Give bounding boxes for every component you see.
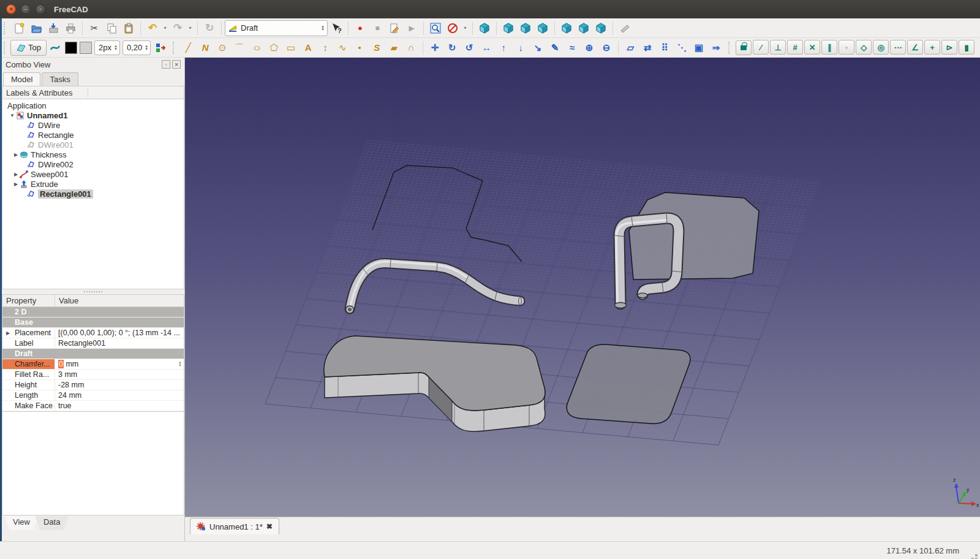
draft-scale[interactable]: ↘ bbox=[529, 40, 546, 56]
snap-working-plane[interactable]: ▮ bbox=[959, 40, 974, 55]
draft-wire[interactable]: N bbox=[197, 39, 214, 55]
line-width-spinner[interactable]: ▲▼ bbox=[114, 45, 118, 51]
draft-point[interactable]: • bbox=[351, 39, 368, 55]
object-swept-tube[interactable] bbox=[346, 259, 522, 313]
draft-text[interactable]: A bbox=[300, 39, 317, 55]
expand-icon[interactable]: ▶ bbox=[12, 181, 20, 187]
draft-dimension[interactable]: ↕ bbox=[317, 39, 334, 55]
draw-style-button[interactable] bbox=[444, 20, 461, 36]
snap-grid[interactable]: # bbox=[787, 40, 803, 55]
draft-rectangle[interactable]: ▭ bbox=[282, 40, 300, 56]
draft-array[interactable]: ⠿ bbox=[656, 40, 673, 56]
snap-perpendicular[interactable]: ⊥ bbox=[770, 40, 786, 55]
snap-near[interactable]: ⊳ bbox=[941, 40, 957, 55]
draft-facebinder[interactable]: ▰ bbox=[385, 40, 402, 56]
refresh-button[interactable]: ↻ bbox=[201, 20, 218, 36]
draft-downgrade[interactable]: ↓ bbox=[512, 39, 529, 55]
toolbar-drag-handle[interactable] bbox=[4, 42, 8, 54]
draft-path-array[interactable]: ⋱ bbox=[673, 40, 690, 56]
minimize-window-button[interactable]: – bbox=[21, 4, 31, 14]
macro-play-button[interactable]: ▶ bbox=[403, 20, 420, 36]
workbench-spinner[interactable]: ▲▼ bbox=[321, 25, 325, 31]
maximize-window-button[interactable]: ▫ bbox=[36, 4, 45, 14]
property-group-base[interactable]: Base bbox=[2, 318, 184, 328]
draft-wire-to-bspline[interactable]: ≈ bbox=[564, 39, 581, 55]
toolbar-drag-handle[interactable] bbox=[728, 42, 733, 54]
draw-style-dropdown-caret[interactable]: ▾ bbox=[461, 20, 469, 36]
tree-item-thickness[interactable]: ▶ Thickness bbox=[2, 150, 184, 159]
tab-tasks[interactable]: Tasks bbox=[42, 72, 78, 86]
snap-center[interactable]: ◎ bbox=[873, 40, 889, 55]
draft-to-sketch[interactable]: ⇄ bbox=[639, 40, 656, 56]
value-spinner[interactable]: ▲▼ bbox=[178, 361, 184, 367]
snap-angle[interactable]: ∠ bbox=[907, 40, 923, 55]
view-axonometric-button[interactable] bbox=[476, 20, 493, 36]
undo-dropdown-caret[interactable]: ▾ bbox=[161, 20, 169, 36]
tree-item-rectangle[interactable]: Rectangle bbox=[2, 130, 184, 140]
toolbar-drag-handle[interactable] bbox=[173, 42, 177, 54]
line-width-spinbox[interactable]: 2px ▲▼ bbox=[94, 40, 120, 55]
expand-icon[interactable]: ▶ bbox=[12, 152, 20, 158]
tree-item-rectangle001[interactable]: Rectangle001 bbox=[2, 189, 184, 199]
draft-add-point[interactable]: ⊕ bbox=[581, 40, 598, 56]
draft-shape-2d-view[interactable]: ▱ bbox=[622, 40, 639, 56]
measure-distance-button[interactable] bbox=[616, 20, 633, 36]
whats-this-button[interactable]: ? bbox=[328, 20, 345, 36]
draft-rotate[interactable]: ↻ bbox=[443, 40, 461, 56]
open-document-button[interactable] bbox=[28, 20, 45, 36]
draft-bspline[interactable]: ∿ bbox=[334, 40, 351, 56]
view-right-button[interactable] bbox=[534, 20, 551, 36]
face-color-swatch[interactable] bbox=[80, 42, 92, 54]
tree-item-extrude[interactable]: ▶ Extrude bbox=[2, 179, 184, 189]
close-panel-button[interactable]: ✕ bbox=[172, 60, 181, 69]
tree-item-unnamed1[interactable]: ▼ Unnamed1 bbox=[2, 110, 184, 120]
draft-bezcurve[interactable]: ∩ bbox=[402, 39, 420, 55]
object-thick-plate[interactable] bbox=[324, 336, 545, 432]
copy-button[interactable] bbox=[103, 20, 120, 36]
snap-intersection[interactable]: ✕ bbox=[804, 40, 820, 55]
view-left-button[interactable] bbox=[592, 20, 609, 36]
close-document-icon[interactable]: ✖ bbox=[266, 522, 273, 531]
save-document-button[interactable] bbox=[45, 20, 62, 36]
draft-polygon[interactable]: ⬠ bbox=[265, 40, 282, 56]
paste-button[interactable] bbox=[120, 20, 137, 36]
panel-splitter[interactable] bbox=[2, 289, 184, 294]
draft-circle[interactable]: ⊙ bbox=[214, 40, 231, 56]
macro-record-button[interactable]: ● bbox=[352, 20, 369, 36]
draft-edit[interactable]: ✎ bbox=[546, 40, 564, 56]
view-front-button[interactable] bbox=[500, 20, 517, 36]
draft-line[interactable]: ╱ bbox=[179, 40, 197, 56]
undo-button[interactable]: ↶ bbox=[144, 20, 161, 36]
view-bottom-button[interactable] bbox=[575, 20, 592, 36]
redo-dropdown-caret[interactable]: ▾ bbox=[186, 20, 194, 36]
snap-lock[interactable] bbox=[736, 40, 752, 55]
fit-all-button[interactable] bbox=[427, 20, 444, 36]
line-color-swatch[interactable] bbox=[65, 42, 77, 54]
tree-item-dwire001[interactable]: DWire001 bbox=[2, 140, 184, 150]
toolbar-drag-handle[interactable] bbox=[4, 22, 8, 34]
draft-shapestring[interactable]: S bbox=[368, 39, 385, 55]
tab-model[interactable]: Model bbox=[3, 72, 40, 86]
print-button[interactable] bbox=[62, 20, 79, 36]
draft-upgrade[interactable]: ↑ bbox=[495, 39, 512, 55]
snap-parallel[interactable]: ∥ bbox=[821, 40, 837, 55]
chamfer-value-editor[interactable]: 0 mm ▲▼ bbox=[55, 359, 184, 369]
draft-mirror[interactable]: ⇒ bbox=[707, 40, 725, 56]
workbench-selector[interactable]: Draft ▲▼ bbox=[225, 20, 328, 36]
float-panel-button[interactable]: ▫ bbox=[162, 60, 170, 69]
tab-view[interactable]: View bbox=[4, 516, 39, 530]
redo-button[interactable]: ↷ bbox=[169, 20, 186, 36]
3d-viewport[interactable]: z y x bbox=[185, 58, 980, 517]
draft-move[interactable]: ✛ bbox=[426, 40, 443, 56]
snap-endpoint[interactable]: ∕ bbox=[753, 40, 769, 55]
snap-midpoint[interactable]: ◦ bbox=[839, 40, 854, 55]
draft-offset[interactable]: ↺ bbox=[461, 40, 478, 56]
close-window-button[interactable]: ✕ bbox=[6, 4, 16, 14]
expand-icon[interactable]: ▶ bbox=[6, 330, 10, 336]
expand-icon[interactable]: ▶ bbox=[12, 172, 20, 177]
draft-ellipse[interactable]: ○ bbox=[248, 39, 265, 55]
draft-delete-point[interactable]: ⊖ bbox=[598, 40, 615, 56]
collapse-icon[interactable]: ▼ bbox=[9, 113, 16, 118]
draft-arc[interactable]: ⌒ bbox=[231, 40, 248, 56]
view-top-button[interactable] bbox=[517, 20, 534, 36]
